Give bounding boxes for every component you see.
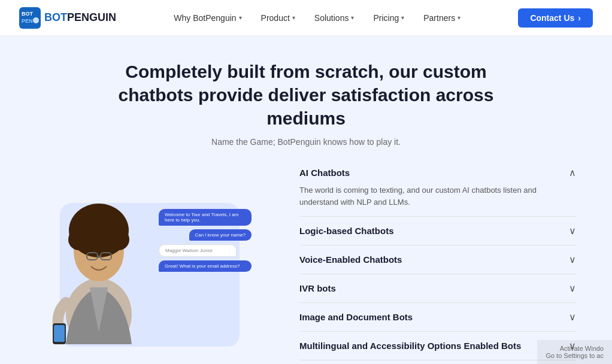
accordion-header-multilingual-bots[interactable]: Multilingual and Accessibility Options E… — [299, 340, 576, 351]
accordion-title-multilingual-bots: Multilingual and Accessibility Options E… — [299, 341, 521, 351]
hero-title: Completely built from scratch, our custo… — [96, 60, 516, 130]
accordion-item-ai-chatbots[interactable]: AI Chatbots∧The world is coming to texti… — [299, 159, 576, 217]
accordion-item-image-doc-bots[interactable]: Image and Document Bots∨ — [299, 303, 576, 332]
accordion-body-ai-chatbots: The world is coming to texting, and our … — [299, 184, 576, 208]
chat-bubble-3: Great! What is your email address? — [159, 260, 252, 272]
chevron-down-icon: ∨ — [569, 311, 576, 323]
nav-item-solutions[interactable]: Solutions ▾ — [314, 13, 355, 23]
chevron-down-icon: ▾ — [239, 14, 242, 21]
nav-item-product[interactable]: Product ▾ — [261, 13, 295, 23]
chevron-down-icon: ∨ — [569, 225, 576, 236]
svg-rect-16 — [54, 325, 65, 342]
accordion-item-voice-chatbots[interactable]: Voice-Enabled Chatbots∨ — [299, 245, 576, 274]
accordion-section: AI Chatbots∧The world is coming to texti… — [299, 147, 576, 364]
windows-activate-watermark: Activate Windo Go to Settings to ac — [537, 340, 612, 364]
nav-item-partners[interactable]: Partners ▾ — [423, 13, 460, 23]
accordion-header-image-doc-bots[interactable]: Image and Document Bots∨ — [299, 311, 576, 323]
accordion-header-ivr-bots[interactable]: IVR bots∨ — [299, 283, 576, 294]
svg-text:PEN: PEN — [22, 18, 33, 24]
logo[interactable]: BOT PEN BOTPENGUIN — [19, 7, 116, 29]
chat-background: Welcome to Tour and Travels, I am here t… — [60, 203, 240, 347]
chat-bubble-name: Maggie Watson Junior — [159, 244, 237, 257]
svg-point-3 — [33, 17, 39, 23]
chevron-up-icon: ∧ — [569, 167, 576, 178]
hero-subtitle: Name the Game; BotPenguin knows how to p… — [36, 137, 576, 147]
arrow-right-icon: › — [578, 13, 581, 23]
accordion-title-ai-chatbots: AI Chatbots — [299, 168, 350, 178]
accordion-title-voice-chatbots: Voice-Enabled Chatbots — [299, 254, 402, 265]
navbar: BOT PEN BOTPENGUIN Why BotPenguin ▾ Prod… — [0, 0, 612, 36]
nav-links: Why BotPenguin ▾ Product ▾ Solutions ▾ P… — [174, 13, 460, 23]
accordion-item-multilingual-bots[interactable]: Multilingual and Accessibility Options E… — [299, 332, 576, 360]
accordion-item-logic-chatbots[interactable]: Logic-based Chatbots∨ — [299, 217, 576, 245]
chevron-down-icon: ▾ — [401, 14, 404, 21]
main-content: Welcome to Tour and Travels, I am here t… — [0, 147, 612, 364]
accordion-item-ivr-bots[interactable]: IVR bots∨ — [299, 274, 576, 303]
accordion-header-voice-chatbots[interactable]: Voice-Enabled Chatbots∨ — [299, 254, 576, 265]
accordion-title-logic-chatbots: Logic-based Chatbots — [299, 226, 394, 236]
chevron-down-icon: ∨ — [569, 283, 576, 294]
accordion-container: AI Chatbots∧The world is coming to texti… — [299, 159, 576, 364]
chevron-down-icon: ▾ — [458, 14, 460, 21]
accordion-header-ai-chatbots[interactable]: AI Chatbots∧ — [299, 167, 576, 178]
chevron-down-icon: ∨ — [569, 254, 576, 265]
logo-text: BOTPENGUIN — [44, 11, 116, 24]
logo-icon: BOT PEN — [19, 7, 41, 29]
svg-point-11 — [88, 211, 110, 232]
accordion-title-image-doc-bots: Image and Document Bots — [299, 312, 413, 322]
person-svg — [48, 195, 150, 344]
accordion-title-ivr-bots: IVR bots — [299, 283, 336, 293]
chat-bubbles: Welcome to Tour and Travels, I am here t… — [159, 209, 252, 272]
chevron-down-icon: ▾ — [292, 14, 295, 21]
chat-bubble-1: Welcome to Tour and Travels, I am here t… — [159, 209, 252, 226]
hero-section: Completely built from scratch, our custo… — [0, 36, 612, 147]
chat-illustration: Welcome to Tour and Travels, I am here t… — [36, 147, 263, 364]
chevron-down-icon: ▾ — [351, 14, 354, 21]
nav-item-why[interactable]: Why BotPenguin ▾ — [174, 13, 241, 23]
svg-text:BOT: BOT — [22, 11, 34, 17]
accordion-item-process-bots[interactable]: Process Bots∨ — [299, 360, 576, 364]
nav-item-pricing[interactable]: Pricing ▾ — [373, 13, 404, 23]
accordion-header-logic-chatbots[interactable]: Logic-based Chatbots∨ — [299, 225, 576, 236]
person-illustration — [48, 195, 150, 347]
contact-us-button[interactable]: Contact Us › — [518, 8, 593, 28]
chat-bubble-2: Can I know your name? — [189, 229, 252, 241]
